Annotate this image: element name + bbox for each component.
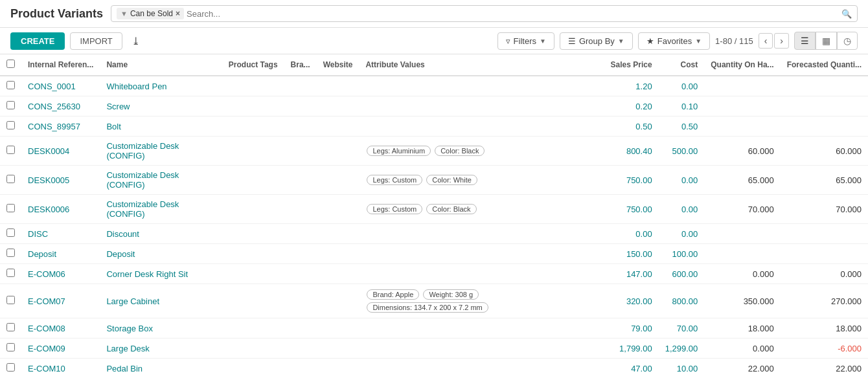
row-checkbox[interactable] xyxy=(6,269,15,277)
col-name: Name xyxy=(100,54,222,76)
attribute-values-cell: Legs: CustomColor: Black xyxy=(359,195,604,224)
forecasted-qty-cell: 18.000 xyxy=(781,318,868,339)
brand-cell xyxy=(284,264,317,284)
list-view-button[interactable]: ☰ xyxy=(794,32,816,50)
sales-price-cell: 79.00 xyxy=(604,318,659,339)
forecasted-qty-cell: -6.000 xyxy=(781,339,868,359)
funnel-icon: ▼ xyxy=(120,10,128,17)
filter-tag-close[interactable]: × xyxy=(176,9,180,18)
forecasted-qty-cell xyxy=(781,96,868,117)
attribute-values-cell: Brand: AppleWeight: 308 gDimensions: 134… xyxy=(359,284,604,318)
cost-cell: 500.00 xyxy=(659,137,705,166)
col-attribute-values: Attribute Values xyxy=(359,54,604,76)
brand-cell xyxy=(284,359,317,379)
select-all-checkbox[interactable] xyxy=(6,60,15,68)
sales-price-cell: 150.00 xyxy=(604,244,659,264)
product-name-link[interactable]: Customizable Desk (CONFIG) xyxy=(106,141,179,161)
create-button[interactable]: CREATE xyxy=(10,32,65,50)
row-checkbox[interactable] xyxy=(6,101,15,109)
row-checkbox[interactable] xyxy=(6,204,15,212)
website-cell xyxy=(317,339,360,359)
next-page-button[interactable]: › xyxy=(774,33,789,49)
table-container: Internal Referen... Name Product Tags Br… xyxy=(0,54,868,378)
website-cell xyxy=(317,76,360,96)
product-name-link[interactable]: Corner Desk Right Sit xyxy=(106,269,188,279)
product-name-link[interactable]: Pedal Bin xyxy=(106,364,143,373)
website-cell xyxy=(317,244,360,264)
internal-ref-link[interactable]: CONS_89957 xyxy=(28,122,80,131)
filter-tag-label: Can be Sold xyxy=(130,9,173,18)
groupby-button[interactable]: ☰ Group By ▼ xyxy=(560,32,633,50)
internal-ref-link[interactable]: E-COM10 xyxy=(28,364,65,373)
row-checkbox[interactable] xyxy=(6,146,15,154)
internal-ref-link[interactable]: E-COM09 xyxy=(28,344,65,353)
row-checkbox[interactable] xyxy=(6,323,15,331)
product-name-link[interactable]: Discount xyxy=(106,229,139,239)
internal-ref-link[interactable]: E-COM06 xyxy=(28,269,65,279)
row-checkbox[interactable] xyxy=(6,249,15,257)
qty-on-hand-cell xyxy=(704,244,780,264)
forecasted-qty-cell xyxy=(781,224,868,244)
prev-page-button[interactable]: ‹ xyxy=(759,33,773,49)
grid-view-button[interactable]: ▦ xyxy=(816,32,837,50)
internal-ref-link[interactable]: DESK0006 xyxy=(28,205,69,214)
attr-badge: Color: Black xyxy=(426,204,476,214)
product-name-link[interactable]: Screw xyxy=(106,102,130,111)
brand-cell xyxy=(284,195,317,224)
groupby-label: Group By xyxy=(579,36,615,46)
col-internal-ref: Internal Referen... xyxy=(21,54,100,76)
internal-ref-link[interactable]: Deposit xyxy=(28,249,56,259)
row-checkbox[interactable] xyxy=(6,343,15,351)
brand-cell xyxy=(284,284,317,318)
attribute-values-cell xyxy=(359,76,604,96)
product-tags-cell xyxy=(222,318,284,339)
favorites-button[interactable]: ★ Favorites ▼ xyxy=(638,32,710,50)
product-name-link[interactable]: Whiteboard Pen xyxy=(106,82,166,91)
search-area: ▼ Can be Sold × 🔍 xyxy=(111,5,858,22)
search-icon[interactable]: 🔍 xyxy=(841,9,852,19)
brand-cell xyxy=(284,224,317,244)
product-name-link[interactable]: Customizable Desk (CONFIG) xyxy=(106,170,179,190)
select-all-header[interactable] xyxy=(0,54,21,76)
attribute-values-cell xyxy=(359,244,604,264)
product-tags-cell xyxy=(222,137,284,166)
filter-tag-can-be-sold: ▼ Can be Sold × xyxy=(117,8,184,19)
sales-price-cell: 1,799.00 xyxy=(604,339,659,359)
clock-view-button[interactable]: ◷ xyxy=(837,32,858,50)
sales-price-cell: 47.00 xyxy=(604,359,659,379)
product-name-link[interactable]: Storage Box xyxy=(106,324,153,333)
import-button[interactable]: IMPORT xyxy=(70,32,122,50)
download-button[interactable]: ⤓ xyxy=(128,32,144,50)
product-name-link[interactable]: Large Cabinet xyxy=(106,296,159,306)
row-checkbox[interactable] xyxy=(6,228,15,237)
internal-ref-link[interactable]: CONS_0001 xyxy=(28,82,76,91)
attr-badge: Weight: 308 g xyxy=(423,289,479,300)
internal-ref-link[interactable]: DESK0005 xyxy=(28,175,69,185)
filter-icon: ▿ xyxy=(506,36,510,46)
attribute-values-cell: Legs: AluminiumColor: Black xyxy=(359,137,604,166)
col-brand: Bra... xyxy=(284,54,317,76)
internal-ref-link[interactable]: DESK0004 xyxy=(28,146,69,156)
product-tags-cell xyxy=(222,195,284,224)
row-checkbox[interactable] xyxy=(6,121,15,129)
internal-ref-link[interactable]: CONS_25630 xyxy=(28,102,80,111)
row-checkbox[interactable] xyxy=(6,81,15,89)
forecasted-qty-cell: 0.000 xyxy=(781,264,868,284)
internal-ref-link[interactable]: E-COM07 xyxy=(28,296,65,306)
internal-ref-link[interactable]: E-COM08 xyxy=(28,324,65,333)
product-name-link[interactable]: Customizable Desk (CONFIG) xyxy=(106,199,179,219)
product-name-link[interactable]: Large Desk xyxy=(106,344,149,353)
internal-ref-link[interactable]: DISC xyxy=(28,229,48,239)
filters-button[interactable]: ▿ Filters ▼ xyxy=(497,32,554,50)
website-cell xyxy=(317,96,360,117)
row-checkbox[interactable] xyxy=(6,175,15,183)
search-input[interactable] xyxy=(184,9,841,19)
product-name-link[interactable]: Bolt xyxy=(106,122,120,131)
table-header: Internal Referen... Name Product Tags Br… xyxy=(0,54,868,76)
filters-label: Filters xyxy=(514,36,536,46)
table-row: CONS_25630Screw0.200.10 xyxy=(0,96,868,117)
row-checkbox[interactable] xyxy=(6,363,15,372)
cost-cell: 10.00 xyxy=(659,359,705,379)
row-checkbox[interactable] xyxy=(6,296,15,304)
product-name-link[interactable]: Deposit xyxy=(106,249,135,259)
